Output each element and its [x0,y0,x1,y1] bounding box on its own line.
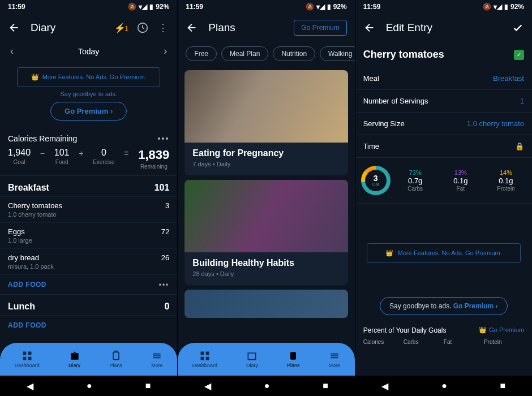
status-bar: 11:59 🔕 ▾◢ ▮ 92% [0,0,177,14]
goodbye-pill[interactable]: Say goodbye to ads. Go Premium › [380,297,507,315]
nav-more[interactable]: More [151,350,163,368]
next-day-icon[interactable]: › [164,45,167,57]
lock-icon: 🔒 [515,142,524,150]
meal-row[interactable]: MealBreakfast [355,67,532,90]
food-row[interactable]: Cherry tomatoes1.0 cherry tomato 3 [0,196,177,222]
breakfast-header[interactable]: Breakfast101 [0,175,177,196]
status-icons: 🔕 ▾◢ ▮ 92% [306,3,347,11]
macro-row: 3Cal 73%0.7gCarbs 13%0.1gFat 14%0.1gProt… [355,158,532,204]
svg-rect-4 [28,357,31,360]
date-nav: ‹ Today › [0,42,177,61]
battery-pct: 92% [333,3,347,11]
sys-back-icon[interactable]: ◀ [381,381,388,391]
battery-pct: 92% [510,3,524,11]
chip-mealplan[interactable]: Meal Plan [221,46,268,61]
nav-dashboard[interactable]: Dashboard [15,350,40,368]
nav-plans[interactable]: Plans [287,350,300,368]
sys-back-icon[interactable]: ◀ [27,381,33,391]
verified-icon: ✓ [514,50,524,60]
bottom-nav: Dashboard Diary Plans More [178,343,354,376]
sys-back-icon[interactable]: ◀ [204,381,211,391]
plan-image [185,70,347,143]
back-icon[interactable] [363,21,376,34]
back-icon[interactable] [186,21,198,34]
status-bar: 11:59 🔕 ▾◢ ▮ 92% [355,0,532,14]
confirm-icon[interactable] [512,21,524,34]
nav-plans[interactable]: Plans [109,350,122,368]
nav-diary[interactable]: Diary [68,350,80,368]
add-food-button[interactable]: ADD FOOD••• [0,274,177,294]
goal-labels: Calories Carbs Fat Protein [355,338,532,348]
nav-dashboard[interactable]: Dashboard [192,350,217,368]
battery-icon: ▮ [327,3,331,11]
plan-card[interactable]: Building Healthy Habits 28 days • Daily [185,180,347,285]
app-bar: Edit Entry [355,14,532,42]
svg-rect-1 [23,352,26,355]
add-food-button[interactable]: ADD FOOD [0,315,177,335]
plan-card[interactable]: Eating for Pregnancy 7 days • Daily [185,70,347,175]
page-title: Diary [31,21,104,34]
crown-icon: 👑 [385,249,393,256]
nav-diary[interactable]: Diary [246,350,258,368]
plan-image [185,180,347,252]
sys-recent-icon[interactable]: ■ [323,381,328,391]
chip-nutrition[interactable]: Nutrition [273,46,315,61]
plan-card[interactable] [185,290,347,318]
plan-title: Building Healthy Habits [192,258,340,268]
plan-meta: 28 days • Daily [192,270,340,277]
entry-food-title: Cherry tomatoes [363,49,444,61]
food-row[interactable]: Eggs1.0 large 72 [0,222,177,248]
filter-chips: Free Meal Plan Nutrition Walking Workout [178,42,354,66]
sys-home-icon[interactable]: ● [441,381,447,391]
calories-card: Calories Remaining ••• 1,940Goal − 101Fo… [0,128,177,175]
svg-rect-7 [206,352,209,355]
sys-home-icon[interactable]: ● [87,381,92,391]
status-icons: 🔕 ▾◢ ▮ 92% [128,3,169,11]
servings-row[interactable]: Number of Servings1 [355,90,532,113]
food-row[interactable]: dry breadmisura, 1.0 pack 26 [0,248,177,274]
calories-more-icon[interactable]: ••• [158,134,170,143]
prev-day-icon[interactable]: ‹ [10,45,14,57]
screen-edit-entry: 11:59 🔕 ▾◢ ▮ 92% Edit Entry Cherry tomat… [355,0,532,396]
sys-recent-icon[interactable]: ■ [145,381,151,391]
go-premium-button[interactable]: Go Premium › [50,102,127,120]
calories-title: Calories Remaining [8,134,77,143]
svg-rect-6 [200,352,204,355]
nav-more[interactable]: More [329,350,341,368]
calorie-donut: 3Cal [361,166,391,195]
macro-fat: 13%0.1gFat [440,169,481,192]
app-bar: Diary ⚡1 ⋮ [0,14,177,42]
history-icon[interactable] [136,21,149,34]
macro-carbs: 73%0.7gCarbs [395,169,436,192]
plan-meta: 7 days • Daily [192,161,340,167]
screen-plans: 11:59 🔕 ▾◢ ▮ 92% Plans Go Premium Free M… [177,0,354,396]
go-premium-button[interactable]: Go Premium [294,20,346,36]
bottom-nav: Dashboard Diary Plans More [0,343,177,376]
app-bar: Plans Go Premium [178,14,354,42]
svg-rect-9 [206,357,209,360]
sys-home-icon[interactable]: ● [264,381,270,391]
promo-banner[interactable]: 👑More Features. No Ads. Go Premium. [367,243,521,263]
date-label[interactable]: Today [78,47,99,56]
sys-recent-icon[interactable]: ■ [500,381,505,391]
status-icons: 🔕 ▾◢ ▮ 92% [483,3,524,11]
lunch-header[interactable]: Lunch0 [0,294,177,315]
svg-rect-3 [23,357,26,360]
svg-rect-10 [290,352,296,359]
daily-goals-header: Percent of Your Daily Goals 👑Go Premium [355,323,532,338]
battery-pct: 92% [156,3,169,11]
chip-free[interactable]: Free [186,46,217,61]
promo-banner[interactable]: 👑More Features. No Ads. Go Premium. [17,67,160,87]
size-row[interactable]: Serving Size1.0 cherry tomato [355,113,532,135]
chip-walking[interactable]: Walking [320,46,355,61]
system-nav: ◀ ● ■ [355,376,532,396]
crown-icon: 👑 [31,74,39,80]
streak-icon[interactable]: ⚡1 [114,23,128,33]
go-premium-link[interactable]: 👑Go Premium [479,326,524,334]
plan-title: Eating for Pregnancy [192,148,340,158]
wifi-icon: ▾◢ [494,3,502,11]
back-icon[interactable] [8,21,20,34]
time-row[interactable]: Time🔒 [355,135,532,158]
more-icon[interactable]: ⋮ [157,21,169,34]
page-title: Plans [208,21,284,34]
